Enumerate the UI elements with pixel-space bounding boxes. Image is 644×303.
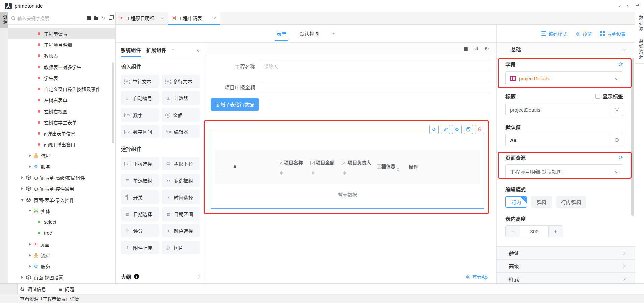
- component-dropdown-select[interactable]: ∨下拉选择: [121, 157, 159, 170]
- tree-item-page-view-settings[interactable]: 页面-视图设置: [8, 272, 115, 283]
- close-icon[interactable]: ×: [213, 16, 216, 21]
- tree-item-js-popup-window[interactable]: js调用弹出窗口: [8, 139, 115, 150]
- tree-item-entity[interactable]: 实体: [8, 205, 115, 216]
- column-project-manager[interactable]: 项目负责人: [339, 156, 374, 178]
- undo-icon[interactable]: ↺: [474, 46, 478, 52]
- add-subtable-row-button[interactable]: 新增子表格行数据: [211, 98, 259, 111]
- tree-item-left-tree-form[interactable]: 左树右表单: [8, 94, 115, 105]
- chevron-right-icon[interactable]: [28, 265, 32, 268]
- sidebar-scrollbar[interactable]: [112, 62, 114, 143]
- problems-button[interactable]: ≣问题: [59, 286, 74, 292]
- section-basic[interactable]: 基础: [497, 43, 635, 56]
- component-number-range[interactable]: 1~3数字区间: [121, 125, 159, 138]
- palette-collapse-icon[interactable]: [197, 48, 200, 52]
- save-icon[interactable]: [635, 4, 639, 8]
- section-validation[interactable]: 验证: [497, 246, 635, 259]
- tree-item-page-form-advanced[interactable]: 页面-表单-高级/布局组件: [8, 172, 115, 183]
- chevron-right-icon[interactable]: [20, 276, 25, 279]
- link-icon[interactable]: [441, 125, 450, 134]
- component-image[interactable]: ▧图片: [162, 241, 200, 254]
- sort-icons[interactable]: [397, 167, 399, 171]
- form-settings-button[interactable]: 表单设置: [600, 30, 626, 37]
- outline-bar[interactable]: 大纲 i: [116, 270, 205, 283]
- component-checkbox-group[interactable]: ☷多选框组: [162, 174, 200, 187]
- refresh-icon[interactable]: ↻: [101, 15, 105, 21]
- decrease-button[interactable]: −: [506, 226, 520, 237]
- close-icon[interactable]: ×: [161, 16, 164, 21]
- tree-item-page-form-common[interactable]: 页面-表单-控件通用: [8, 183, 115, 194]
- component-file-upload[interactable]: ↥附件上传: [121, 241, 159, 254]
- tree-item-page[interactable]: 页面: [8, 239, 115, 250]
- outline-toggle-icon[interactable]: ≣: [464, 46, 468, 52]
- component-tree-dropdown[interactable]: ▤树形下拉: [162, 157, 200, 170]
- tree-item-student-table[interactable]: 学生表: [8, 72, 115, 83]
- component-number[interactable]: 123数字: [121, 108, 159, 122]
- page-resource-select[interactable]: 工程项目明细-默认视图: [505, 164, 623, 178]
- sort-icons[interactable]: [280, 171, 283, 175]
- component-single-line-text[interactable]: A单行文本: [121, 75, 159, 88]
- component-switch[interactable]: 开关: [121, 190, 159, 204]
- chevron-down-icon[interactable]: [20, 199, 25, 201]
- title-input[interactable]: projectDetails V: [505, 103, 623, 116]
- chevron-right-icon[interactable]: [28, 243, 32, 246]
- tree-item-process-2[interactable]: 流程: [8, 250, 115, 261]
- component-money[interactable]: ¥金额: [162, 108, 200, 122]
- component-color-picker[interactable]: ◑颜色选择: [162, 224, 200, 237]
- component-counter[interactable]: ±计数器: [162, 91, 200, 105]
- outline-expand-icon[interactable]: [196, 275, 200, 278]
- edit-mode-popup[interactable]: 弹窗: [531, 196, 552, 208]
- code-mode-button[interactable]: 编码模式: [541, 30, 567, 37]
- chevron-right-icon[interactable]: [20, 176, 25, 179]
- collapse-panels-icon[interactable]: [109, 16, 112, 20]
- component-auto-number[interactable]: #自动编号: [121, 91, 159, 105]
- chevron-down-icon[interactable]: [28, 210, 32, 212]
- debug-info-button[interactable]: 调试信息: [20, 286, 46, 292]
- variable-toggle-button[interactable]: V: [611, 103, 623, 116]
- palette-tab-extended[interactable]: 扩展组件: [146, 43, 166, 57]
- chevron-right-icon[interactable]: [28, 254, 32, 257]
- rail-tab-offline-resources[interactable]: 离线资源: [635, 35, 644, 64]
- rail-tab-datasource[interactable]: 数据源: [635, 12, 644, 35]
- refresh-resource-icon[interactable]: ⟳: [619, 155, 623, 160]
- redo-icon[interactable]: ↻: [485, 46, 489, 52]
- copy-icon[interactable]: [464, 125, 473, 134]
- rail-tab-resources[interactable]: 资源: [0, 12, 8, 28]
- component-date-range[interactable]: ▦日期区间: [162, 207, 200, 221]
- default-value-input[interactable]: Aa D: [505, 134, 623, 146]
- component-time-picker[interactable]: ◔时间选择: [162, 190, 200, 204]
- chevron-down-icon[interactable]: [622, 47, 626, 51]
- import-file-icon[interactable]: [87, 16, 91, 20]
- chevron-right-icon[interactable]: [28, 154, 32, 157]
- tree-item-teacher-table[interactable]: 教师表: [8, 50, 115, 61]
- table-height-value[interactable]: 300: [520, 226, 549, 237]
- sort-icons[interactable]: [343, 171, 346, 175]
- tree-item-project-detail[interactable]: 工程项目明细: [8, 39, 115, 50]
- tree-item-tree[interactable]: tree: [8, 227, 115, 239]
- tree-item-js-popup-form[interactable]: js弹出表单信息: [8, 128, 115, 139]
- palette-menu-icon[interactable]: ≡: [172, 48, 174, 52]
- editor-tab-project-detail[interactable]: 工程项目明细 ×: [116, 12, 168, 24]
- new-folder-icon[interactable]: [94, 17, 98, 20]
- column-project-name[interactable]: 项目名称: [276, 156, 308, 178]
- tree-item-project-application-form[interactable]: 工程申请表: [8, 28, 115, 39]
- field-select[interactable]: projectDetails: [505, 71, 623, 85]
- tree-item-teacher-students[interactable]: 教师表一对多学生: [8, 61, 115, 72]
- tree-item-page-form-input-controls[interactable]: 页面-表单-录入控件: [8, 194, 115, 205]
- palette-tab-system[interactable]: 系统组件: [121, 43, 141, 57]
- gear-icon[interactable]: ⚙: [452, 125, 462, 134]
- component-rating[interactable]: ☆评分: [121, 224, 159, 237]
- editor-tab-project-application[interactable]: 工程申请表 ×: [168, 12, 220, 24]
- dynamic-toggle-button[interactable]: D: [611, 134, 623, 146]
- column-project-amount[interactable]: 项目金额: [308, 156, 339, 178]
- tree-item-left-tree-student-form[interactable]: 左树右学生表单: [8, 117, 115, 128]
- tree-item-process[interactable]: 流程: [8, 150, 115, 161]
- project-name-input[interactable]: 请输入: [260, 60, 490, 72]
- edit-mode-inline-popup[interactable]: 行内/弹窗: [556, 196, 586, 208]
- preview-button[interactable]: ◎预览: [576, 30, 592, 37]
- increase-button[interactable]: +: [549, 226, 563, 237]
- nav-forward-button[interactable]: ›: [627, 3, 629, 9]
- chevron-right-icon[interactable]: [28, 165, 32, 168]
- select-all-checkbox[interactable]: [218, 164, 218, 170]
- view-tab-form[interactable]: 表单: [276, 25, 286, 42]
- section-advanced[interactable]: 高级: [497, 259, 635, 272]
